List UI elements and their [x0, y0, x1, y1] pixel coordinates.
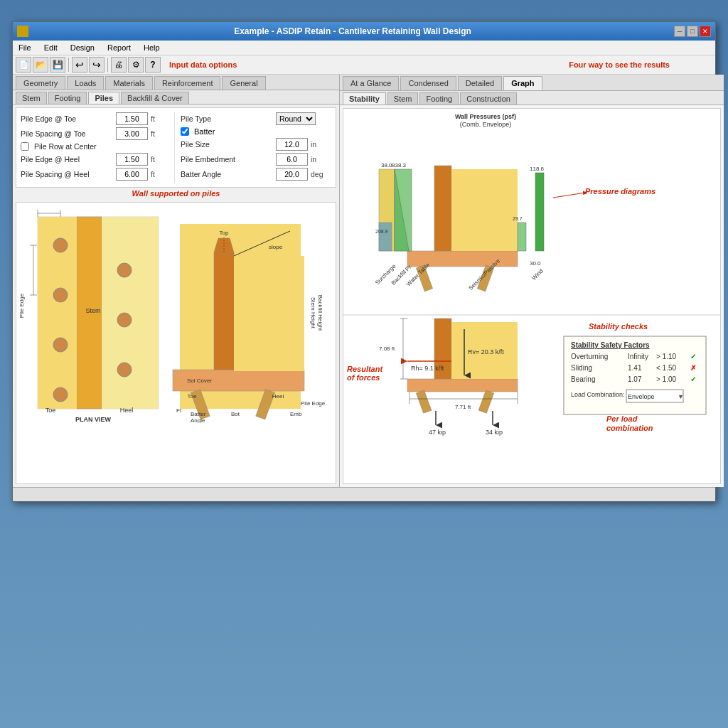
batter-angle-row: Batter Angle deg	[181, 168, 331, 181]
window-title: Example - ASDIP Retain - Cantilever Reta…	[31, 26, 674, 36]
svg-text:Toe: Toe	[188, 393, 197, 400]
menu-help[interactable]: Help	[141, 42, 163, 53]
left-panel: Geometry Loads Materials Reinforcement G…	[13, 75, 340, 487]
pile-edge-heel-label: Pile Edge @ Heel	[21, 155, 113, 164]
subtab-stability[interactable]: Stability	[343, 92, 386, 105]
svg-text:29.7: 29.7	[513, 216, 523, 221]
svg-text:Angle: Angle	[191, 417, 205, 423]
new-button[interactable]	[16, 57, 31, 73]
toolbar: Input data options Four way to see the r…	[13, 55, 715, 75]
svg-text:Rh= 9.1 k/ft: Rh= 9.1 k/ft	[411, 365, 444, 372]
pile-row-center-checkbox[interactable]	[21, 142, 29, 151]
svg-text:7.08 ft: 7.08 ft	[379, 346, 395, 352]
svg-text:Sliding: Sliding	[571, 364, 592, 372]
svg-text:7.71 ft: 7.71 ft	[455, 404, 471, 410]
svg-text:combination: combination	[606, 424, 653, 432]
svg-text:Pressure diagrams: Pressure diagrams	[585, 187, 655, 196]
save-button[interactable]	[50, 57, 65, 73]
pile-size-input[interactable]	[276, 138, 308, 151]
tab-loads[interactable]: Loads	[67, 76, 104, 90]
minimize-button[interactable]: ─	[674, 26, 685, 37]
menu-report[interactable]: Report	[105, 42, 134, 53]
svg-text:1.07: 1.07	[628, 375, 642, 383]
svg-text:Resultant: Resultant	[347, 365, 383, 373]
svg-text:118.6: 118.6	[530, 166, 545, 172]
svg-point-5	[53, 288, 68, 302]
svg-text:Heel: Heel	[120, 407, 134, 414]
tab-graph[interactable]: Graph	[503, 76, 542, 90]
batter-checkbox[interactable]	[181, 127, 189, 136]
pile-edge-heel-input[interactable]	[116, 153, 148, 166]
pile-edge-toe-label: Pile Edge @ Toe	[21, 114, 113, 123]
maximize-button[interactable]: □	[687, 26, 698, 37]
svg-text:30.0: 30.0	[530, 260, 541, 267]
redo-button[interactable]	[89, 57, 105, 73]
svg-text:Bot: Bot	[231, 411, 240, 417]
svg-text:Infinity: Infinity	[628, 353, 648, 360]
svg-rect-76	[478, 390, 494, 413]
help-button[interactable]	[145, 57, 161, 73]
pile-form: Pile Edge @ Toe ft Pile Spacing @ Toe ft…	[16, 107, 336, 188]
pile-drawing-svg: Stem Toe Heel Pile Edge Pile Spacing PLA…	[16, 203, 336, 423]
tab-materials[interactable]: Materials	[105, 76, 153, 90]
pile-embedment-input[interactable]	[276, 153, 308, 166]
tab-reinforcement[interactable]: Reinforcement	[154, 76, 221, 90]
svg-text:Stem: Stem	[85, 307, 100, 314]
pile-edge-toe-input[interactable]	[116, 112, 148, 125]
svg-point-4	[53, 238, 68, 252]
svg-rect-61	[535, 173, 544, 251]
svg-text:Wind: Wind	[531, 268, 545, 282]
menu-design[interactable]: Design	[68, 42, 97, 53]
svg-text:✓: ✓	[690, 375, 696, 383]
pile-row-center-row: Pile Row at Center	[21, 142, 171, 151]
svg-rect-48	[434, 166, 451, 251]
svg-point-6	[53, 338, 68, 352]
tab-at-glance[interactable]: At a Glance	[343, 76, 399, 90]
drawing-area: Stem Toe Heel Pile Edge Pile Spacing PLA…	[16, 202, 336, 484]
svg-text:34 kip: 34 kip	[486, 429, 503, 436]
subtab-footing[interactable]: Footing	[419, 92, 459, 105]
svg-text:> 1.00: > 1.00	[656, 375, 677, 383]
menu-edit[interactable]: Edit	[41, 42, 60, 53]
subtab-piles[interactable]: Piles	[88, 92, 119, 104]
subtab-construction[interactable]: Construction	[460, 92, 517, 105]
pile-spacing-heel-label: Pile Spacing @ Heel	[21, 170, 113, 178]
tab-condensed[interactable]: Condensed	[400, 76, 456, 90]
subtab-stem[interactable]: Stem	[16, 92, 47, 104]
pile-spacing-heel-input[interactable]	[116, 168, 148, 181]
right-sub-tabs: Stability Stem Footing Construction	[340, 91, 724, 105]
calc-button[interactable]	[128, 57, 144, 73]
tab-detailed[interactable]: Detailed	[458, 76, 502, 90]
pile-embedment-label: Pile Embedment	[181, 155, 273, 164]
svg-text:Per load: Per load	[606, 414, 638, 423]
tab-general[interactable]: General	[222, 76, 265, 90]
svg-text:Envelope: Envelope	[628, 393, 655, 400]
batter-angle-input[interactable]	[276, 168, 308, 181]
svg-rect-27	[234, 256, 304, 371]
subtab-footing[interactable]: Footing	[48, 92, 87, 104]
undo-button[interactable]	[72, 57, 87, 73]
subtab-backfill[interactable]: Backfill & Cover	[121, 92, 189, 104]
print-button[interactable]	[111, 57, 127, 73]
main-content: Geometry Loads Materials Reinforcement G…	[13, 75, 715, 487]
tab-geometry[interactable]: Geometry	[16, 76, 65, 90]
menu-file[interactable]: File	[16, 42, 34, 53]
svg-text:✓: ✓	[690, 353, 696, 360]
pile-edge-toe-row: Pile Edge @ Toe ft	[21, 112, 171, 125]
open-button[interactable]	[33, 57, 48, 73]
graph-area: Wall Pressures (psf) (Comb. Envelope)	[343, 108, 721, 484]
left-main-tabs: Geometry Loads Materials Reinforcement G…	[13, 75, 339, 90]
pile-type-select[interactable]: Round Square	[276, 112, 316, 125]
pile-spacing-toe-input[interactable]	[116, 127, 148, 140]
pile-embedment-row: Pile Embedment in	[181, 153, 331, 166]
pile-spacing-heel-row: Pile Spacing @ Heel ft	[21, 168, 171, 181]
svg-text:Wall Pressures (psf): Wall Pressures (psf)	[455, 113, 516, 120]
svg-rect-75	[416, 390, 432, 413]
svg-point-9	[117, 313, 132, 327]
subtab-stem[interactable]: Stem	[387, 92, 419, 105]
svg-text:Top: Top	[220, 230, 229, 236]
svg-text:PLAN VIEW: PLAN VIEW	[75, 416, 112, 423]
close-button[interactable]: ✕	[700, 26, 711, 37]
svg-text:Load Combination:: Load Combination:	[571, 391, 625, 398]
title-bar: Example - ASDIP Retain - Cantilever Reta…	[13, 22, 715, 41]
